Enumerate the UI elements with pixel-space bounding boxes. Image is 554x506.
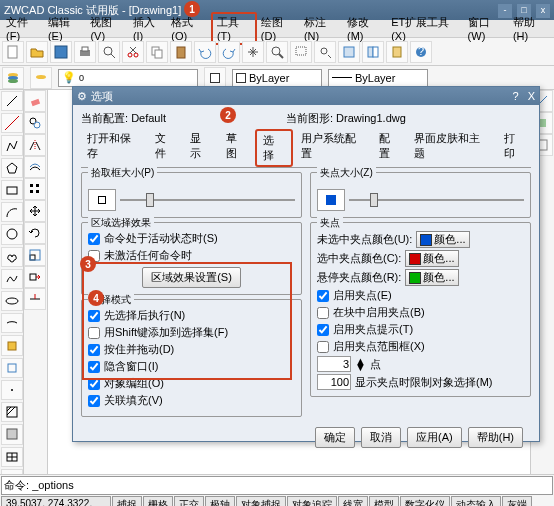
menu-format[interactable]: 格式(O) [167,14,211,43]
offset-icon[interactable] [24,156,46,178]
apply-button[interactable]: 应用(A) [407,427,462,448]
status-polar[interactable]: 极轴 [205,496,235,506]
status-dyn[interactable]: 动态输入 [451,496,501,506]
pline-icon[interactable] [1,135,23,155]
region-active-check[interactable] [88,233,100,245]
menu-help[interactable]: 帮助(H) [509,14,552,43]
hatch-icon[interactable] [1,402,23,422]
tab-drafting[interactable]: 草图 [220,129,253,167]
layer-manager-icon[interactable] [2,67,24,89]
arc-icon[interactable] [1,202,23,222]
layer-combo[interactable]: 💡 0 [58,69,198,87]
layer-state-icon[interactable] [30,67,52,89]
rotate-icon[interactable] [24,222,46,244]
status-osnap[interactable]: 对象捕捉 [236,496,286,506]
grip-hover-color-button[interactable]: 颜色... [405,269,458,286]
redo-icon[interactable] [218,41,240,63]
erase-icon[interactable] [24,90,46,112]
block-icon[interactable] [1,358,23,378]
zoom-prev-icon[interactable] [314,41,336,63]
status-snap[interactable]: 捕捉 [112,496,142,506]
pickbox-slider[interactable] [120,199,295,201]
ok-button[interactable]: 确定 [315,427,355,448]
line-icon[interactable] [1,91,23,111]
sm-hatch-check[interactable] [88,395,100,407]
spline-icon[interactable] [1,269,23,289]
copy-icon[interactable] [146,41,168,63]
status-tablet[interactable]: 数字化仪 [400,496,450,506]
properties-icon[interactable] [338,41,360,63]
status-end[interactable]: 灰端 [502,496,532,506]
status-otrack[interactable]: 对象追踪 [287,496,337,506]
tab-display[interactable]: 显示 [184,129,217,167]
command-line[interactable]: 命令: _options [1,476,553,495]
tool-palette-icon[interactable] [362,41,384,63]
dialog-close-icon[interactable]: X [528,90,535,102]
menu-view[interactable]: 视图(V) [86,14,128,43]
help-icon[interactable]: ? [410,41,432,63]
menu-draw[interactable]: 绘图(D) [257,14,300,43]
menu-insert[interactable]: 插入(I) [129,14,167,43]
grip-limit-input[interactable] [317,374,351,390]
tab-user[interactable]: 用户系统配置 [295,129,371,167]
grip-enable-check[interactable] [317,290,329,302]
tab-profiles[interactable]: 配置 [373,129,406,167]
tab-open-save[interactable]: 打开和保存 [81,129,147,167]
undo-icon[interactable] [194,41,216,63]
circle-icon[interactable] [1,224,23,244]
status-lwt[interactable]: 线宽 [338,496,368,506]
grip-unsel-color-button[interactable]: 颜色... [416,231,469,248]
grip-block-check[interactable] [317,307,329,319]
tab-selection[interactable]: 选择 [255,129,292,167]
save-icon[interactable] [50,41,72,63]
color-combo[interactable]: ByLayer [232,69,322,87]
grip-range-check[interactable] [317,341,329,353]
region-icon[interactable] [1,424,23,444]
copy-obj-icon[interactable] [24,112,46,134]
gripsize-slider[interactable] [349,199,524,201]
cut-icon[interactable] [122,41,144,63]
ellipse-icon[interactable] [1,291,23,311]
status-grid[interactable]: 栅格 [143,496,173,506]
ellipse-arc-icon[interactable] [1,313,23,333]
menu-edit[interactable]: 编辑(E) [44,14,86,43]
array-icon[interactable] [24,178,46,200]
point-icon[interactable] [1,380,23,400]
linetype-combo[interactable]: ByLayer [328,69,428,87]
rectangle-icon[interactable] [1,180,23,200]
zoom-window-icon[interactable] [290,41,312,63]
help-button[interactable]: 帮助(H) [468,427,523,448]
new-icon[interactable] [2,41,24,63]
zoom-icon[interactable] [266,41,288,63]
menu-modify[interactable]: 修改(M) [343,14,387,43]
table-icon[interactable] [1,447,23,467]
insert-icon[interactable] [1,335,23,355]
move-icon[interactable] [24,200,46,222]
tab-print[interactable]: 打印 [498,129,531,167]
trim-icon[interactable] [24,288,46,310]
open-icon[interactable] [26,41,48,63]
paste-icon[interactable] [170,41,192,63]
grip-tips-check[interactable] [317,324,329,336]
calc-icon[interactable] [386,41,408,63]
revcloud-icon[interactable] [1,247,23,267]
tab-files[interactable]: 文件 [149,129,182,167]
mirror-icon[interactable] [24,134,46,156]
grip-spin-input[interactable] [317,356,351,372]
scale-icon[interactable] [24,244,46,266]
menu-dimension[interactable]: 标注(N) [300,14,343,43]
menu-window[interactable]: 窗口(W) [464,14,509,43]
menu-file[interactable]: 文件(F) [2,14,44,43]
status-model[interactable]: 模型 [369,496,399,506]
grip-sel-color-button[interactable]: 颜色... [405,250,458,267]
dialog-help-icon[interactable]: ? [512,90,518,102]
pan-icon[interactable] [242,41,264,63]
xline-icon[interactable] [1,113,23,133]
menu-et[interactable]: ET扩展工具(X) [387,14,463,43]
preview-icon[interactable] [98,41,120,63]
cancel-button[interactable]: 取消 [361,427,401,448]
spin-down-icon[interactable]: ▼ [355,364,366,370]
polygon-icon[interactable] [1,158,23,178]
status-ortho[interactable]: 正交 [174,496,204,506]
stretch-icon[interactable] [24,266,46,288]
